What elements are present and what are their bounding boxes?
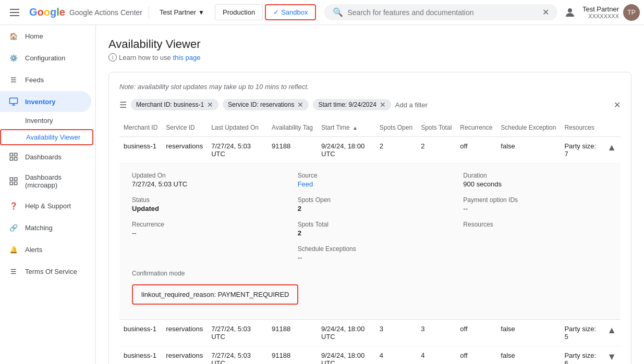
filter-chip-merchant-label: Merchant ID: business-1 [136, 101, 204, 108]
note-bar: Note: availability slot updates may take… [119, 83, 621, 91]
svg-rect-9 [15, 178, 17, 180]
clear-search-icon[interactable]: ✕ [542, 7, 549, 17]
page-subtitle: i Learn how to use this page [108, 53, 631, 61]
linkout-required-box: linkout_required_reason: PAYMENT_REQUIRE… [132, 284, 298, 305]
col-expand [603, 119, 621, 137]
filter-chip-service-label: Service ID: reservations [228, 101, 294, 108]
sidebar-item-alerts[interactable]: 🔔 Alerts [0, 239, 91, 260]
svg-point-0 [568, 8, 572, 12]
cell-start-time: 9/24/24, 18:00 UTC [317, 346, 375, 365]
sidebar-item-dashboards-microapp[interactable]: Dashboards (microapp) [0, 168, 91, 194]
sidebar-item-configuration[interactable]: ⚙️ Configuration [0, 47, 91, 68]
cell-recurrence: off [456, 346, 496, 365]
cell-availability-tag: 91188 [268, 346, 317, 365]
main-content: Availability Viewer i Learn how to use t… [96, 25, 644, 364]
filter-chip-merchant: Merchant ID: business-1 ✕ [131, 99, 218, 110]
cell-merchant-id: business-1 [119, 137, 162, 164]
expand-row-3-button[interactable]: ▼ [607, 352, 616, 362]
cell-spots-total: 2 [417, 137, 456, 164]
svg-rect-6 [10, 158, 13, 160]
cell-schedule-exception: false [496, 320, 560, 346]
table-row: business-1 reservations 7/27/24, 5:03 UT… [119, 137, 621, 164]
sidebar-item-configuration-label: Configuration [25, 54, 65, 62]
table-row: business-1 reservations 7/27/24, 5:03 UT… [119, 346, 621, 365]
field-empty2 [463, 245, 608, 261]
sidebar-item-inventory[interactable]: Inventory [0, 91, 91, 112]
filter-chip-service-close[interactable]: ✕ [297, 101, 303, 108]
partner-selector[interactable]: Test Partner ▼ [155, 6, 209, 18]
menu-button[interactable] [4, 2, 25, 23]
layout: 🏠 Home ⚙️ Configuration ☰ Feeds Inventor… [0, 25, 644, 364]
matching-icon: 🔗 [8, 222, 19, 233]
env-buttons: Production ✓ Sandbox [215, 4, 316, 20]
cell-resources: Party size: 5 [560, 320, 603, 346]
svg-rect-4 [10, 153, 13, 156]
clear-all-filters-button[interactable]: ✕ [614, 100, 621, 110]
sidebar-item-help-support[interactable]: ❓ Help & Support [0, 195, 91, 216]
feeds-icon: ☰ [8, 74, 19, 85]
sidebar-item-feeds[interactable]: ☰ Feeds [0, 69, 91, 90]
sidebar-sub-inventory[interactable]: Inventory [0, 112, 95, 129]
col-spots-open: Spots Open [375, 119, 417, 137]
sidebar-item-matching-label: Matching [25, 224, 53, 232]
sidebar-item-feeds-label: Feeds [25, 76, 44, 84]
search-bar[interactable]: 🔍 ✕ [324, 4, 557, 20]
app-logo: Google Google Actions Center [29, 6, 142, 18]
sidebar-sub-availability-label: Availability Viewer [26, 133, 80, 141]
expanded-detail-row: Updated On 7/27/24, 5:03 UTC Source Feed [119, 164, 621, 320]
user-name: Test Partner [582, 5, 619, 13]
collapse-row-1-button[interactable]: ▲ [607, 142, 616, 153]
production-button[interactable]: Production [215, 4, 263, 20]
subtitle-text: Learn how to use [119, 54, 171, 61]
cell-schedule-exception: false [496, 346, 560, 365]
data-table: Merchant ID Service ID Last Updated On A… [119, 119, 621, 364]
sidebar-item-dashboards-microapp-label: Dashboards (microapp) [25, 173, 83, 189]
filter-chip-start-time-close[interactable]: ✕ [380, 101, 386, 108]
cell-resources: Party size: 6 [560, 346, 603, 365]
cell-expand-btn[interactable]: ▲ [603, 137, 621, 164]
sidebar-item-alerts-label: Alerts [25, 246, 42, 254]
filter-chip-merchant-close[interactable]: ✕ [207, 101, 213, 108]
sidebar-sub-availability-viewer[interactable]: Availability Viewer [0, 129, 93, 145]
sidebar-item-dashboards-label: Dashboards [25, 153, 62, 161]
expand-row-2-button[interactable]: ▲ [607, 325, 616, 336]
cell-recurrence: off [456, 320, 496, 346]
cell-availability-tag: 91188 [268, 320, 317, 346]
avatar[interactable]: TP [623, 4, 640, 21]
cell-merchant-id: business-1 [119, 346, 162, 365]
filter-icon[interactable]: ☰ [119, 100, 127, 110]
sidebar-item-terms[interactable]: ☰ Terms Of Service [0, 261, 91, 282]
this-page-link[interactable]: this page [173, 54, 201, 61]
cell-expand-btn[interactable]: ▼ [603, 346, 621, 365]
sidebar-item-matching[interactable]: 🔗 Matching [0, 217, 91, 238]
sidebar-item-home[interactable]: 🏠 Home [0, 26, 91, 46]
sidebar-sub-inventory-label: Inventory [25, 117, 53, 124]
sandbox-button[interactable]: ✓ Sandbox [265, 4, 316, 20]
cell-spots-open: 4 [375, 346, 417, 365]
cell-spots-open: 2 [375, 137, 417, 164]
col-start-time[interactable]: Start Time ▲ [317, 119, 375, 137]
table-row: business-1 reservations 7/27/24, 5:03 UT… [119, 320, 621, 346]
header-right: Test Partner XXXXXXXX TP [562, 4, 640, 21]
col-service-id: Service ID [162, 119, 207, 137]
cell-expand-btn[interactable]: ▲ [603, 320, 621, 346]
cell-spots-total: 3 [417, 320, 456, 346]
cell-start-time: 9/24/24, 18:00 UTC [317, 137, 375, 164]
field-status: Status Updated [132, 196, 277, 212]
table-body: business-1 reservations 7/27/24, 5:03 UT… [119, 137, 621, 365]
account-icon[interactable] [562, 4, 578, 21]
search-icon: 🔍 [333, 7, 343, 17]
svg-rect-10 [10, 182, 13, 185]
col-merchant-id: Merchant ID [119, 119, 162, 137]
source-feed-link[interactable]: Feed [298, 180, 313, 188]
cell-schedule-exception: false [496, 137, 560, 164]
add-filter-button[interactable]: Add a filter [395, 101, 428, 109]
content-card: Note: availability slot updates may take… [108, 72, 631, 364]
col-resources: Resources [560, 119, 603, 137]
search-input[interactable] [347, 8, 538, 17]
cell-last-updated: 7/27/24, 5:03 UTC [207, 346, 268, 365]
svg-rect-11 [15, 182, 17, 185]
field-spots-open: Spots Open 2 [298, 196, 443, 212]
cell-service-id: reservations [162, 346, 207, 365]
sidebar-item-dashboards[interactable]: Dashboards [0, 146, 91, 167]
